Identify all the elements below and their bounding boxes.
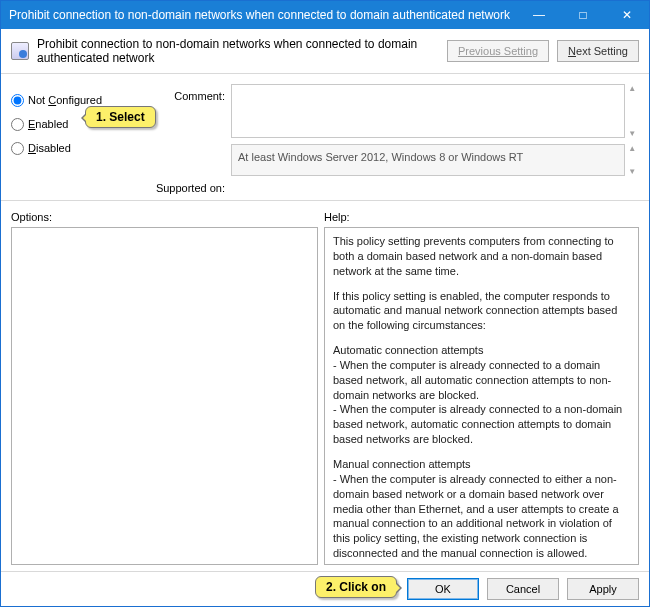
help-text: If this policy setting is enabled, the c… (333, 289, 630, 334)
enabled-label[interactable]: Enabled (28, 118, 68, 130)
previous-setting-button: Previous Setting (447, 40, 549, 62)
supported-on-text: At least Windows Server 2012, Windows 8 … (231, 144, 625, 176)
state-radios: Not Configured Enabled Disabled 1. Selec… (11, 84, 141, 194)
options-header: Options: (11, 211, 324, 223)
field-values: ▲▼ At least Windows Server 2012, Windows… (231, 84, 639, 194)
window-controls: — □ ✕ (517, 1, 649, 29)
ok-button[interactable]: OK (407, 578, 479, 600)
help-text: This policy setting prevents computers f… (333, 234, 630, 279)
footer: 2. Click on OK Cancel Apply (1, 571, 649, 606)
policy-title: Prohibit connection to non-domain networ… (37, 37, 439, 65)
title-bar[interactable]: Prohibit connection to non-domain networ… (1, 1, 649, 29)
help-header: Help: (324, 211, 350, 223)
toolbar: Prohibit connection to non-domain networ… (1, 29, 649, 73)
panels: This policy setting prevents computers f… (1, 223, 649, 571)
policy-editor-window: Prohibit connection to non-domain networ… (0, 0, 650, 607)
disabled-label[interactable]: Disabled (28, 142, 71, 154)
options-pane (11, 227, 318, 565)
field-labels: Comment: Supported on: (147, 84, 225, 194)
apply-button[interactable]: Apply (567, 578, 639, 600)
enabled-radio[interactable] (11, 118, 24, 131)
callout-select: 1. Select (85, 106, 156, 128)
settings-row: Not Configured Enabled Disabled 1. Selec… (1, 80, 649, 200)
panel-headers: Options: Help: (1, 211, 649, 223)
maximize-button[interactable]: □ (561, 1, 605, 29)
comment-label: Comment: (147, 90, 225, 182)
divider (1, 200, 649, 201)
window-title: Prohibit connection to non-domain networ… (9, 8, 517, 22)
comment-input[interactable] (231, 84, 625, 138)
supported-label: Supported on: (147, 182, 225, 194)
help-text: Automatic connection attempts - When the… (333, 343, 630, 447)
not-configured-radio[interactable] (11, 94, 24, 107)
cancel-button[interactable]: Cancel (487, 578, 559, 600)
help-pane[interactable]: This policy setting prevents computers f… (324, 227, 639, 565)
not-configured-label[interactable]: Not Configured (28, 94, 102, 106)
disabled-radio[interactable] (11, 142, 24, 155)
scroll-stub[interactable]: ▲▼ (625, 84, 639, 138)
next-setting-button[interactable]: Next Setting (557, 40, 639, 62)
close-button[interactable]: ✕ (605, 1, 649, 29)
policy-icon (11, 42, 29, 60)
callout-click: 2. Click on (315, 576, 397, 598)
minimize-button[interactable]: — (517, 1, 561, 29)
divider (1, 73, 649, 74)
scroll-stub[interactable]: ▲▼ (625, 144, 639, 176)
help-text: Manual connection attempts - When the co… (333, 457, 630, 565)
